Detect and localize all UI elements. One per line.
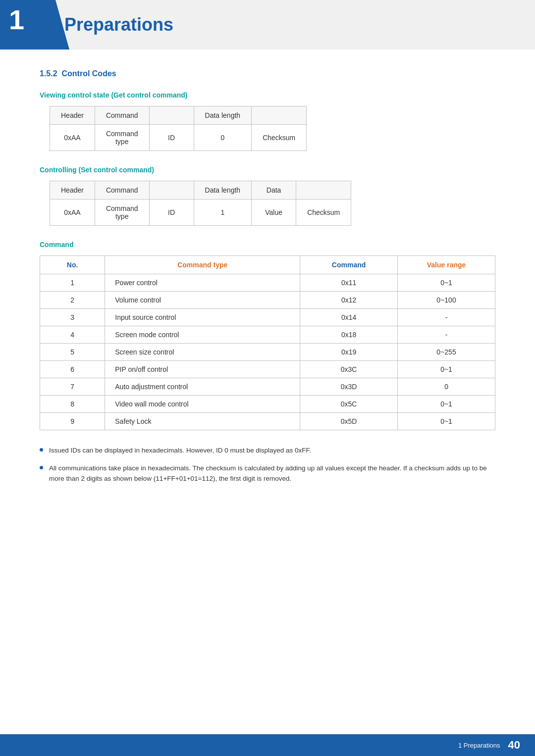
view-header-5 [252, 106, 307, 125]
ctrl-header-2: Command [95, 181, 149, 200]
controlling-table: Header Command Data length Data 0xAA Com… [50, 181, 351, 226]
notes-section: Issued IDs can be displayed in hexadecim… [40, 445, 495, 484]
ctrl-val-1: 0xAA [50, 200, 95, 226]
view-val-1: 0xAA [50, 125, 95, 151]
cell-range: 0~1 [398, 274, 495, 292]
th-command: Command [300, 256, 398, 274]
page-header: 1 Preparations [0, 0, 535, 50]
view-header-3 [149, 106, 194, 125]
chapter-number: 1 [9, 6, 24, 34]
cell-command: 0x19 [300, 344, 398, 361]
cell-no: 6 [40, 361, 105, 378]
ctrl-val-6: Checksum [296, 200, 351, 226]
cell-command: 0x12 [300, 292, 398, 309]
cell-no: 5 [40, 344, 105, 361]
view-val-4: 0 [194, 125, 252, 151]
page-title: Preparations [64, 14, 173, 35]
ctrl-header-4: Data length [194, 181, 252, 200]
cell-command: 0x18 [300, 326, 398, 344]
note-2: All communications take place in hexadec… [40, 463, 495, 484]
cell-type: Safety Lock [105, 413, 300, 430]
th-range: Value range [398, 256, 495, 274]
cell-type: Volume control [105, 292, 300, 309]
view-header-1: Header [50, 106, 95, 125]
footer-text: 1 Preparations [458, 742, 500, 749]
cell-range: 0 [398, 378, 495, 396]
cell-type: Power control [105, 274, 300, 292]
note-bullet-2 [40, 466, 43, 469]
cell-command: 0x5D [300, 413, 398, 430]
view-header-4: Data length [194, 106, 252, 125]
th-type: Command type [105, 256, 300, 274]
controlling-subtitle: Controlling (Set control command) [40, 166, 495, 174]
cell-range: 0~1 [398, 413, 495, 430]
ctrl-val-5: Value [252, 200, 296, 226]
cell-type: Auto adjustment control [105, 378, 300, 396]
ctrl-val-4: 1 [194, 200, 252, 226]
ctrl-header-3 [149, 181, 194, 200]
table-row: 6PIP on/off control0x3C0~1 [40, 361, 495, 378]
table-row: 4Screen mode control0x18- [40, 326, 495, 344]
table-row: 5Screen size control0x190~255 [40, 344, 495, 361]
ctrl-header-1: Header [50, 181, 95, 200]
table-row: 8Video wall mode control0x5C0~1 [40, 396, 495, 413]
viewing-subtitle: Viewing control state (Get control comma… [40, 91, 495, 99]
cell-no: 8 [40, 396, 105, 413]
note-bullet-1 [40, 448, 43, 452]
footer-page-number: 40 [508, 739, 520, 752]
ctrl-val-2: Commandtype [95, 200, 149, 226]
cell-range: 0~1 [398, 361, 495, 378]
table-row: 2Volume control0x120~100 [40, 292, 495, 309]
view-val-2: Commandtype [95, 125, 149, 151]
cell-no: 4 [40, 326, 105, 344]
cell-no: 1 [40, 274, 105, 292]
command-table: No. Command type Command Value range 1Po… [40, 255, 495, 430]
cell-command: 0x3D [300, 378, 398, 396]
note-1: Issued IDs can be displayed in hexadecim… [40, 445, 495, 456]
table-row: 9Safety Lock0x5D0~1 [40, 413, 495, 430]
table-row: 1Power control0x110~1 [40, 274, 495, 292]
cell-range: - [398, 326, 495, 344]
view-header-2: Command [95, 106, 149, 125]
main-content: 1.5.2 Control Codes Viewing control stat… [0, 69, 535, 521]
note-text-1: Issued IDs can be displayed in hexadecim… [49, 445, 311, 456]
cell-type: Screen size control [105, 344, 300, 361]
command-heading: Command [40, 241, 495, 249]
table-row: 3Input source control0x14- [40, 309, 495, 326]
note-text-2: All communications take place in hexadec… [49, 463, 495, 484]
view-val-5: Checksum [252, 125, 307, 151]
cell-command: 0x5C [300, 396, 398, 413]
cell-type: Video wall mode control [105, 396, 300, 413]
table-row: 7Auto adjustment control0x3D0 [40, 378, 495, 396]
cell-type: Input source control [105, 309, 300, 326]
ctrl-header-5: Data [252, 181, 296, 200]
cell-command: 0x3C [300, 361, 398, 378]
viewing-table: Header Command Data length 0xAA Commandt… [50, 106, 307, 151]
cell-range: 0~255 [398, 344, 495, 361]
cell-command: 0x14 [300, 309, 398, 326]
page-footer: 1 Preparations 40 [0, 734, 535, 756]
ctrl-header-6 [296, 181, 351, 200]
cell-range: 0~100 [398, 292, 495, 309]
section-heading: 1.5.2 Control Codes [40, 69, 495, 78]
th-no: No. [40, 256, 105, 274]
cell-no: 7 [40, 378, 105, 396]
ctrl-val-3: ID [149, 200, 194, 226]
cell-range: - [398, 309, 495, 326]
cell-no: 3 [40, 309, 105, 326]
cell-range: 0~1 [398, 396, 495, 413]
view-val-3: ID [149, 125, 194, 151]
cell-no: 2 [40, 292, 105, 309]
cell-command: 0x11 [300, 274, 398, 292]
cell-type: Screen mode control [105, 326, 300, 344]
cell-no: 9 [40, 413, 105, 430]
cell-type: PIP on/off control [105, 361, 300, 378]
